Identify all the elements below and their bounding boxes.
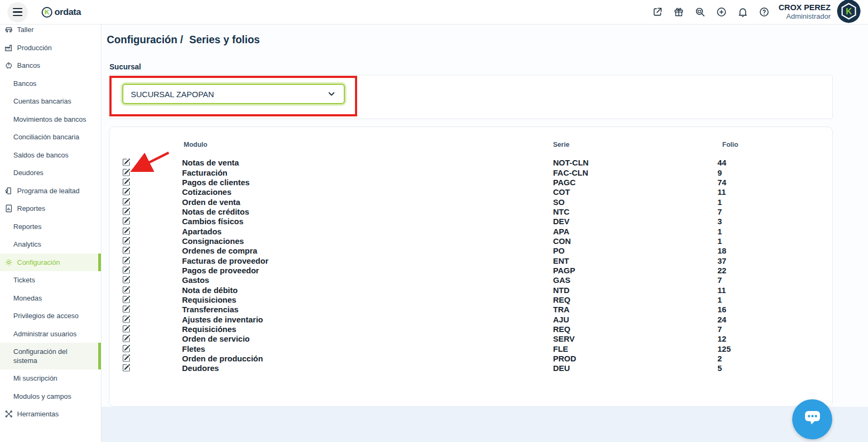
- user-info: CROX PEREZ Administrador: [778, 3, 831, 22]
- edit-icon[interactable]: [122, 178, 130, 186]
- modulo-cell: Pagos de clientes: [182, 177, 250, 186]
- edit-icon[interactable]: [122, 188, 130, 196]
- sidebar-item-administrar-usuarios[interactable]: Administrar usuarios: [0, 325, 101, 343]
- edit-icon[interactable]: [122, 217, 130, 225]
- sidebar-item-bancos[interactable]: Bancos: [0, 75, 101, 93]
- sidebar-item-modulos-y-campos[interactable]: Modulos y campos: [0, 388, 101, 406]
- edit-icon[interactable]: [122, 305, 130, 313]
- serie-cell: FAC-CLN: [553, 168, 588, 177]
- edit-icon[interactable]: [122, 266, 130, 274]
- sidebar-item-label: Modulos y campos: [13, 392, 71, 400]
- table-row: TransferenciasTRA16: [109, 304, 832, 314]
- add-circle-icon[interactable]: [716, 6, 727, 18]
- edit-icon[interactable]: [122, 168, 130, 176]
- table-row: Facturas de proveedorENT37: [109, 255, 832, 265]
- sidebar-item-label: Privilegios de acceso: [13, 312, 78, 320]
- folio-cell: 9: [717, 168, 722, 177]
- sidebar-item-produccion[interactable]: Producción: [0, 39, 101, 57]
- folio-cell: 44: [717, 158, 727, 167]
- sidebar-item-deudores[interactable]: Deudores: [0, 164, 101, 182]
- sidebar-item-saldos-de-bancos[interactable]: Saldos de bancos: [0, 146, 101, 164]
- breadcrumb-section[interactable]: Configuración /: [107, 34, 183, 45]
- modulo-cell: Facturas de proveedor: [182, 256, 269, 265]
- sidebar-item-conciliacion-bancaria[interactable]: Conciliación bancaria: [0, 128, 101, 146]
- svg-text:K: K: [846, 6, 852, 15]
- avatar[interactable]: K: [837, 0, 861, 25]
- edit-icon[interactable]: [122, 207, 130, 215]
- sidebar-item-reportes[interactable]: Reportes: [0, 200, 101, 218]
- modulo-cell: Notas de créditos: [182, 207, 249, 216]
- sidebar-item-tickets[interactable]: Tickets: [0, 271, 101, 289]
- sidebar-item-cuentas-bancarias[interactable]: Cuentas bancarias: [0, 92, 101, 111]
- table-row: GastosGAS7: [109, 275, 832, 285]
- sidebar-item-label: Herramientas: [17, 410, 59, 418]
- sidebar-item-analytics[interactable]: Analytics: [0, 235, 101, 254]
- hamburger-icon: [13, 8, 22, 17]
- edit-icon[interactable]: [122, 247, 130, 255]
- modulo-cell: Deudores: [182, 364, 219, 373]
- sidebar-item-bancos[interactable]: Bancos: [0, 57, 101, 75]
- gift-icon[interactable]: [673, 6, 684, 18]
- edit-icon[interactable]: [122, 325, 130, 333]
- serie-cell: DEU: [553, 364, 570, 373]
- footer-strip: [101, 407, 868, 442]
- sidebar-item-taller[interactable]: Taller: [0, 25, 101, 39]
- serie-cell: ENT: [553, 256, 569, 265]
- edit-icon[interactable]: [122, 354, 130, 362]
- sidebar-item-privilegios-de-acceso[interactable]: Privilegios de acceso: [0, 307, 101, 325]
- edit-icon[interactable]: [122, 344, 130, 352]
- serie-cell: PAGP: [553, 265, 575, 274]
- modulo-cell: Orden de producción: [182, 354, 263, 363]
- edit-icon[interactable]: [122, 315, 130, 323]
- header-folio: Folio: [722, 141, 738, 148]
- sidebar-item-programa-de-lealtad[interactable]: Programa de lealtad: [0, 182, 101, 200]
- edit-icon[interactable]: [122, 227, 130, 235]
- modulo-cell: Cambios físicos: [182, 217, 243, 226]
- edit-icon[interactable]: [122, 256, 130, 264]
- serie-cell: CON: [553, 236, 571, 245]
- help-circle-icon[interactable]: [759, 6, 770, 18]
- edit-icon[interactable]: [122, 295, 130, 303]
- sidebar-item-herramientas[interactable]: Herramientas: [0, 405, 101, 423]
- serie-cell: REQ: [553, 325, 571, 334]
- edit-icon[interactable]: [122, 276, 130, 284]
- chat-button[interactable]: [792, 399, 832, 439]
- modulo-cell: Facturación: [182, 168, 227, 177]
- sidebar-item-configuracion-del-sistema[interactable]: Configuración del sistema: [0, 343, 101, 369]
- notifications-bell-icon[interactable]: [737, 6, 748, 18]
- folio-cell: 11: [717, 187, 726, 196]
- sidebar-item-mi-suscripcion[interactable]: Mi suscripción: [0, 369, 101, 388]
- sidebar-item-configuracion[interactable]: Configuración: [0, 254, 101, 272]
- gear-icon: [4, 258, 13, 267]
- edit-icon[interactable]: [122, 286, 130, 294]
- table-row: FacturaciónFAC-CLN9: [109, 167, 832, 177]
- series-folios-card: Modulo Serie Folio Notas de ventaNOT-CLN…: [109, 127, 833, 407]
- zoom-search-icon[interactable]: [695, 6, 706, 18]
- sidebar-item-movimientos-de-bancos[interactable]: Movimientos de bancos: [0, 111, 101, 129]
- edit-icon[interactable]: [122, 236, 130, 244]
- external-link-icon[interactable]: [652, 6, 663, 18]
- table-row: Orden de servicioSERV12: [109, 334, 832, 343]
- hamburger-menu-button[interactable]: [7, 2, 28, 22]
- serie-cell: DEV: [553, 217, 570, 226]
- chevron-down-icon: [327, 89, 336, 99]
- modulo-cell: Transferencias: [182, 305, 239, 314]
- sucursal-select[interactable]: SUCURSAL ZAPOPAN: [122, 84, 345, 104]
- serie-cell: COT: [553, 187, 570, 196]
- header-serie: Serie: [553, 141, 570, 148]
- edit-icon[interactable]: [122, 364, 130, 372]
- edit-icon[interactable]: [122, 198, 130, 206]
- sucursal-selected-value: SUCURSAL ZAPOPAN: [131, 90, 214, 99]
- edit-icon[interactable]: [122, 335, 130, 343]
- sucursal-card: SUCURSAL ZAPOPAN: [109, 75, 833, 119]
- edit-icon[interactable]: [122, 159, 130, 167]
- modulo-cell: Nota de débito: [182, 285, 238, 294]
- sidebar-item-reportes[interactable]: Reportes: [0, 218, 101, 236]
- modulo-cell: Ordenes de compra: [182, 246, 257, 255]
- modulo-cell: Pagos de proveedor: [182, 265, 259, 274]
- sidebar-item-monedas[interactable]: Monedas: [0, 289, 101, 307]
- sidebar-item-label: Configuración del sistema: [13, 347, 77, 365]
- modulo-cell: Consignaciones: [182, 236, 244, 245]
- sidebar-item-label: Reportes: [13, 223, 42, 231]
- modulo-cell: Orden de venta: [182, 197, 240, 206]
